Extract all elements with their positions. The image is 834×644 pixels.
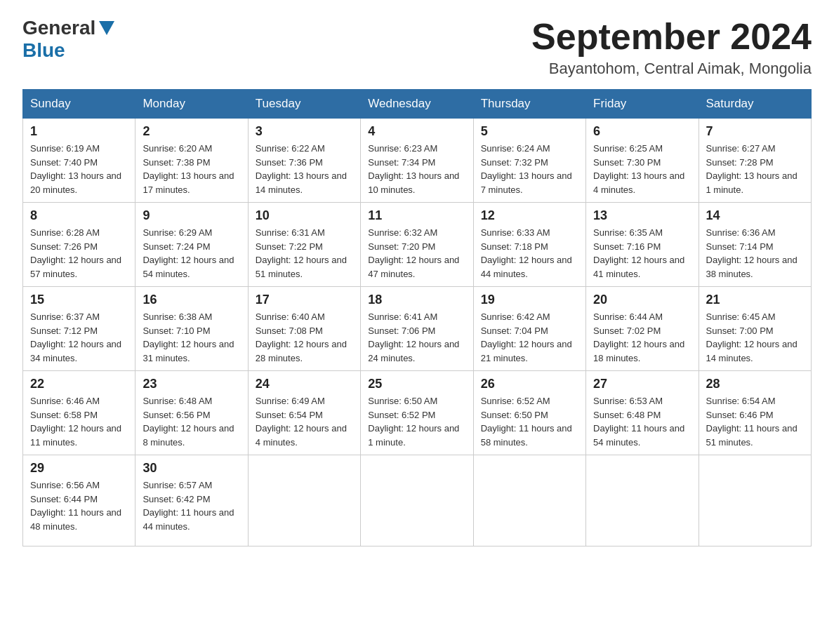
calendar-day-cell: 25Sunrise: 6:50 AMSunset: 6:52 PMDayligh… <box>361 371 473 455</box>
day-number: 18 <box>368 293 465 307</box>
day-number: 16 <box>143 293 240 307</box>
calendar-day-cell: 17Sunrise: 6:40 AMSunset: 7:08 PMDayligh… <box>248 287 360 371</box>
day-info: Sunrise: 6:22 AMSunset: 7:36 PMDaylight:… <box>256 142 353 196</box>
day-number: 14 <box>706 208 804 223</box>
calendar-day-cell: 15Sunrise: 6:37 AMSunset: 7:12 PMDayligh… <box>23 287 135 371</box>
day-number: 5 <box>481 124 578 139</box>
day-info: Sunrise: 6:35 AMSunset: 7:16 PMDaylight:… <box>593 226 691 281</box>
calendar-day-cell <box>248 455 360 546</box>
title-section: September 2024 Bayantohom, Central Aimak… <box>531 17 812 78</box>
day-info: Sunrise: 6:52 AMSunset: 6:50 PMDaylight:… <box>481 394 578 449</box>
calendar-day-cell: 8Sunrise: 6:28 AMSunset: 7:26 PMDaylight… <box>23 203 135 287</box>
calendar-day-cell: 4Sunrise: 6:23 AMSunset: 7:34 PMDaylight… <box>361 119 473 203</box>
day-info: Sunrise: 6:40 AMSunset: 7:08 PMDaylight:… <box>256 310 353 365</box>
day-number: 7 <box>706 124 804 139</box>
logo-triangle-icon <box>99 21 114 36</box>
day-info: Sunrise: 6:20 AMSunset: 7:38 PMDaylight:… <box>143 142 240 196</box>
calendar-day-cell: 13Sunrise: 6:35 AMSunset: 7:16 PMDayligh… <box>586 203 699 287</box>
day-number: 8 <box>30 208 128 223</box>
day-number: 6 <box>593 124 691 139</box>
day-number: 21 <box>706 293 804 307</box>
day-number: 17 <box>256 293 353 307</box>
calendar-day-cell <box>586 455 699 546</box>
calendar-day-cell: 22Sunrise: 6:46 AMSunset: 6:58 PMDayligh… <box>23 371 135 455</box>
calendar-day-cell: 28Sunrise: 6:54 AMSunset: 6:46 PMDayligh… <box>699 371 811 455</box>
calendar-day-header: Thursday <box>473 90 585 119</box>
day-number: 29 <box>30 461 128 476</box>
calendar-week-row: 1Sunrise: 6:19 AMSunset: 7:40 PMDaylight… <box>23 119 812 203</box>
calendar-header-row: SundayMondayTuesdayWednesdayThursdayFrid… <box>23 90 812 119</box>
calendar-day-cell: 29Sunrise: 6:56 AMSunset: 6:44 PMDayligh… <box>23 455 135 546</box>
calendar-day-header: Wednesday <box>361 90 473 119</box>
calendar-day-cell: 24Sunrise: 6:49 AMSunset: 6:54 PMDayligh… <box>248 371 360 455</box>
day-info: Sunrise: 6:44 AMSunset: 7:02 PMDaylight:… <box>593 310 691 365</box>
calendar-day-cell: 5Sunrise: 6:24 AMSunset: 7:32 PMDaylight… <box>473 119 585 203</box>
day-number: 25 <box>368 377 465 391</box>
day-info: Sunrise: 6:48 AMSunset: 6:56 PMDaylight:… <box>143 394 240 449</box>
calendar-day-cell: 26Sunrise: 6:52 AMSunset: 6:50 PMDayligh… <box>473 371 585 455</box>
logo: General Blue <box>22 17 114 62</box>
calendar-day-cell: 14Sunrise: 6:36 AMSunset: 7:14 PMDayligh… <box>699 203 811 287</box>
day-info: Sunrise: 6:31 AMSunset: 7:22 PMDaylight:… <box>256 226 353 281</box>
day-number: 12 <box>481 208 578 223</box>
day-number: 20 <box>593 293 691 307</box>
calendar-day-cell: 18Sunrise: 6:41 AMSunset: 7:06 PMDayligh… <box>361 287 473 371</box>
day-info: Sunrise: 6:36 AMSunset: 7:14 PMDaylight:… <box>706 226 804 281</box>
day-info: Sunrise: 6:41 AMSunset: 7:06 PMDaylight:… <box>368 310 465 365</box>
day-info: Sunrise: 6:46 AMSunset: 6:58 PMDaylight:… <box>30 394 128 449</box>
calendar-day-cell <box>473 455 585 546</box>
day-number: 28 <box>706 377 804 391</box>
calendar-day-cell: 1Sunrise: 6:19 AMSunset: 7:40 PMDaylight… <box>23 119 135 203</box>
calendar-week-row: 29Sunrise: 6:56 AMSunset: 6:44 PMDayligh… <box>23 455 812 546</box>
day-number: 19 <box>481 293 578 307</box>
calendar-day-header: Friday <box>586 90 699 119</box>
calendar-day-cell: 12Sunrise: 6:33 AMSunset: 7:18 PMDayligh… <box>473 203 585 287</box>
calendar-day-cell <box>361 455 473 546</box>
day-number: 23 <box>143 377 240 391</box>
calendar-day-cell: 9Sunrise: 6:29 AMSunset: 7:24 PMDaylight… <box>135 203 248 287</box>
day-info: Sunrise: 6:57 AMSunset: 6:42 PMDaylight:… <box>143 478 240 533</box>
day-info: Sunrise: 6:33 AMSunset: 7:18 PMDaylight:… <box>481 226 578 281</box>
day-number: 13 <box>593 208 691 223</box>
calendar-day-cell <box>699 455 811 546</box>
calendar-day-header: Tuesday <box>248 90 360 119</box>
calendar-day-cell: 21Sunrise: 6:45 AMSunset: 7:00 PMDayligh… <box>699 287 811 371</box>
day-info: Sunrise: 6:28 AMSunset: 7:26 PMDaylight:… <box>30 226 128 281</box>
calendar-day-header: Monday <box>135 90 248 119</box>
day-number: 22 <box>30 377 128 391</box>
svg-marker-0 <box>99 21 114 35</box>
day-info: Sunrise: 6:23 AMSunset: 7:34 PMDaylight:… <box>368 142 465 196</box>
calendar-day-cell: 19Sunrise: 6:42 AMSunset: 7:04 PMDayligh… <box>473 287 585 371</box>
calendar-day-cell: 27Sunrise: 6:53 AMSunset: 6:48 PMDayligh… <box>586 371 699 455</box>
day-number: 11 <box>368 208 465 223</box>
day-info: Sunrise: 6:32 AMSunset: 7:20 PMDaylight:… <box>368 226 465 281</box>
calendar-day-cell: 3Sunrise: 6:22 AMSunset: 7:36 PMDaylight… <box>248 119 360 203</box>
calendar-day-cell: 2Sunrise: 6:20 AMSunset: 7:38 PMDaylight… <box>135 119 248 203</box>
calendar-day-cell: 11Sunrise: 6:32 AMSunset: 7:20 PMDayligh… <box>361 203 473 287</box>
calendar-day-cell: 20Sunrise: 6:44 AMSunset: 7:02 PMDayligh… <box>586 287 699 371</box>
logo-general-text: General <box>22 17 95 39</box>
day-info: Sunrise: 6:56 AMSunset: 6:44 PMDaylight:… <box>30 478 128 533</box>
calendar-table: SundayMondayTuesdayWednesdayThursdayFrid… <box>22 89 812 546</box>
day-info: Sunrise: 6:50 AMSunset: 6:52 PMDaylight:… <box>368 394 465 449</box>
calendar-week-row: 22Sunrise: 6:46 AMSunset: 6:58 PMDayligh… <box>23 371 812 455</box>
day-info: Sunrise: 6:27 AMSunset: 7:28 PMDaylight:… <box>706 142 804 196</box>
calendar-week-row: 15Sunrise: 6:37 AMSunset: 7:12 PMDayligh… <box>23 287 812 371</box>
day-info: Sunrise: 6:54 AMSunset: 6:46 PMDaylight:… <box>706 394 804 449</box>
calendar-day-cell: 10Sunrise: 6:31 AMSunset: 7:22 PMDayligh… <box>248 203 360 287</box>
day-info: Sunrise: 6:45 AMSunset: 7:00 PMDaylight:… <box>706 310 804 365</box>
day-info: Sunrise: 6:24 AMSunset: 7:32 PMDaylight:… <box>481 142 578 196</box>
day-number: 4 <box>368 124 465 139</box>
day-number: 15 <box>30 293 128 307</box>
location-title: Bayantohom, Central Aimak, Mongolia <box>531 60 812 78</box>
page-header: General Blue September 2024 Bayantohom, … <box>22 17 812 78</box>
day-info: Sunrise: 6:53 AMSunset: 6:48 PMDaylight:… <box>593 394 691 449</box>
day-info: Sunrise: 6:37 AMSunset: 7:12 PMDaylight:… <box>30 310 128 365</box>
day-info: Sunrise: 6:29 AMSunset: 7:24 PMDaylight:… <box>143 226 240 281</box>
day-number: 24 <box>256 377 353 391</box>
day-number: 3 <box>256 124 353 139</box>
day-number: 30 <box>143 461 240 476</box>
day-number: 10 <box>256 208 353 223</box>
day-info: Sunrise: 6:19 AMSunset: 7:40 PMDaylight:… <box>30 142 128 196</box>
calendar-day-cell: 23Sunrise: 6:48 AMSunset: 6:56 PMDayligh… <box>135 371 248 455</box>
